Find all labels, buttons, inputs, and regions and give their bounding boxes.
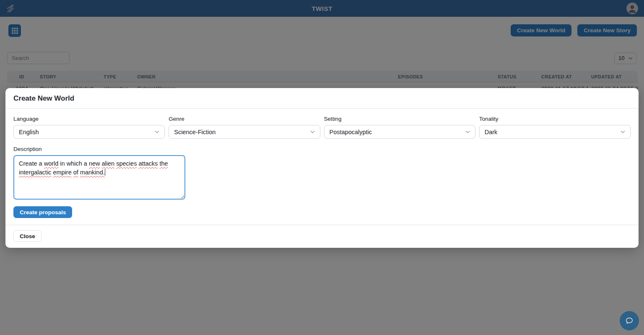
chat-fab-button[interactable] — [620, 311, 639, 330]
close-button[interactable]: Close — [13, 230, 42, 242]
tonality-select[interactable]: Dark — [479, 125, 631, 139]
chevron-down-icon — [155, 130, 159, 133]
tonality-label: Tonality — [479, 116, 631, 122]
setting-label: Setting — [324, 116, 475, 122]
language-value: English — [19, 129, 39, 135]
genre-select[interactable]: Science-Fiction — [169, 125, 320, 139]
description-label: Description — [13, 146, 631, 152]
setting-value: Postapocalyptic — [330, 129, 372, 135]
create-new-world-modal: Create New World Language English Genre … — [5, 88, 639, 248]
tonality-value: Dark — [485, 129, 498, 135]
chevron-down-icon — [465, 130, 470, 133]
chat-bubble-icon — [624, 316, 634, 326]
language-label: Language — [13, 116, 165, 122]
text-caret — [105, 169, 105, 176]
description-text: Create a world in which a new alien spec… — [19, 160, 168, 176]
chevron-down-icon — [310, 130, 315, 133]
modal-title: Create New World — [13, 94, 631, 103]
language-select[interactable]: English — [13, 125, 165, 139]
setting-select[interactable]: Postapocalyptic — [324, 125, 475, 139]
genre-value: Science-Fiction — [174, 129, 216, 135]
description-textarea[interactable]: Create a world in which a new alien spec… — [13, 155, 185, 200]
create-proposals-button[interactable]: Create proposals — [13, 206, 72, 218]
genre-label: Genre — [169, 116, 320, 122]
chevron-down-icon — [621, 130, 625, 133]
